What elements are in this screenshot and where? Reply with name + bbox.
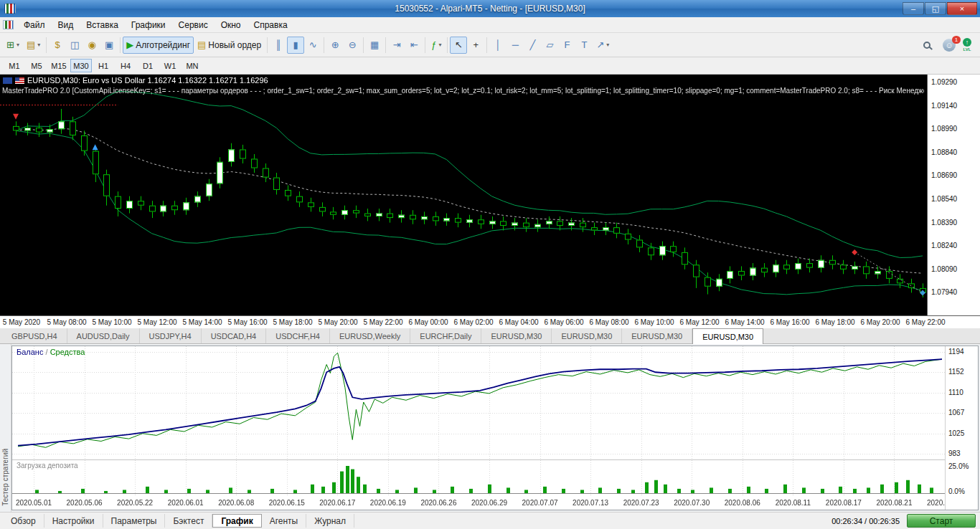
tester-tab-settings[interactable]: Настройки — [44, 514, 103, 528]
timeframe-MN[interactable]: MN — [182, 59, 203, 72]
candles-button[interactable]: ▮ — [287, 37, 304, 54]
date-tick: 2020.06.26 — [420, 499, 456, 507]
chart-tab-0[interactable]: GBPUSD,H4 — [2, 328, 67, 343]
chart-tab-3[interactable]: USDCAD,H4 — [202, 328, 267, 343]
fibo-button[interactable]: F — [558, 37, 575, 54]
auto-scroll-icon: ⇥ — [393, 40, 401, 49]
new-chart-icon: ⊞ — [6, 40, 14, 49]
price-tick: 1.09290 — [931, 78, 957, 86]
price-scale[interactable]: 1.092901.091401.089901.088401.086901.085… — [927, 75, 980, 315]
tester-tab-overview[interactable]: Обзор — [3, 514, 44, 528]
trendline-icon: ╱ — [529, 40, 535, 49]
timeframe-W1[interactable]: W1 — [159, 59, 181, 72]
bars-button[interactable]: ║ — [270, 37, 287, 54]
time-tick: 5 May 16:00 — [227, 318, 267, 326]
tester-tab-agents[interactable]: Агенты — [262, 514, 307, 528]
timeframe-H4[interactable]: H4 — [115, 59, 136, 72]
timeframe-M5[interactable]: M5 — [26, 59, 47, 72]
arrows-icon: ↗ — [596, 40, 604, 49]
date-tick: 2020.06.17 — [319, 499, 355, 507]
algotrading-button-label: Алготрейдинг — [136, 40, 190, 50]
community-button[interactable]: ☺ 1 — [943, 39, 956, 52]
tile-windows-button[interactable]: ▦ — [366, 37, 383, 54]
menu-window[interactable]: Окно — [215, 19, 248, 32]
indicators-button[interactable]: ƒ▾ — [428, 37, 445, 54]
deposit-load-canvas[interactable] — [12, 460, 945, 497]
zoom-out-button[interactable]: ⊖ — [344, 37, 361, 54]
window-title: 15030552 - Alpari-MT5 - Netting - [EURUS… — [0, 4, 980, 14]
menu-insert[interactable]: Вставка — [80, 19, 125, 32]
timeframe-H1[interactable]: H1 — [93, 59, 114, 72]
navigator-button[interactable]: ◉ — [83, 37, 100, 54]
new-order-icon: ▤ — [197, 40, 206, 49]
lvl-button[interactable]: ↑ LVL — [963, 38, 971, 52]
toolbar-separator — [363, 37, 364, 53]
title-bar: 15030552 - Alpari-MT5 - Netting - [EURUS… — [0, 0, 980, 17]
line-chart-button[interactable]: ∿ — [304, 37, 321, 54]
minimize-button[interactable]: – — [903, 2, 924, 15]
strategy-tester-panel: Тестер стратегий Баланс / Средства Загру… — [0, 344, 980, 512]
new-chart-button[interactable]: ⊞▾ — [3, 37, 23, 54]
chart-tab-1[interactable]: AUDUSD,Daily — [67, 328, 140, 343]
profiles-button[interactable]: ▤▾ — [23, 37, 44, 54]
date-tick: 2020.05.01 — [16, 499, 52, 507]
timeframe-M30[interactable]: M30 — [70, 59, 92, 72]
algotrading-button[interactable]: ▶Алготрейдинг — [123, 37, 194, 54]
timeframe-M15[interactable]: M15 — [48, 59, 70, 72]
chart-tab-8[interactable]: EURUSD,M30 — [552, 328, 622, 343]
data-window-button[interactable]: ◫ — [66, 37, 83, 54]
chart-shift-button[interactable]: ⇤ — [405, 37, 423, 54]
chart-tab-9[interactable]: EURUSD,M30 — [622, 328, 692, 343]
date-tick: 2020.08.17 — [826, 499, 862, 507]
hline-button[interactable]: ─ — [507, 37, 524, 54]
tester-tab-inputs[interactable]: Параметры — [103, 514, 166, 528]
date-tick: 2020.07.07 — [522, 499, 558, 507]
menu-file[interactable]: Файл — [17, 19, 52, 32]
new-order-button[interactable]: ▤Новый ордер — [194, 37, 265, 54]
start-button[interactable]: Старт — [907, 514, 976, 528]
arrows-button[interactable]: ↗▾ — [593, 37, 613, 54]
restore-button[interactable]: ◱ — [925, 2, 946, 15]
menu-charts[interactable]: Графики — [125, 19, 172, 32]
chart-tab-4[interactable]: USDCHF,H4 — [266, 328, 330, 343]
crosshair-button[interactable]: + — [467, 37, 484, 54]
channel-button[interactable]: ▱ — [541, 37, 558, 54]
symbol-ohlc-text: EURUSD,M30: Euro vs US Dollar 1.16274 1.… — [27, 76, 268, 85]
zoom-in-button[interactable]: ⊕ — [326, 37, 344, 54]
chart-tab-bar: GBPUSD,H4AUDUSD,DailyUSDJPY,H4USDCAD,H4U… — [0, 328, 980, 344]
tester-tab-journal[interactable]: Журнал — [306, 514, 354, 528]
balance-chart-canvas[interactable] — [12, 346, 945, 459]
time-scale[interactable]: 5 May 20205 May 08:005 May 10:005 May 12… — [0, 315, 980, 328]
timeframe-M1[interactable]: M1 — [4, 59, 25, 72]
auto-scroll-button[interactable]: ⇥ — [388, 37, 405, 54]
chart-tab-7[interactable]: EURUSD,M30 — [481, 328, 552, 343]
menu-help[interactable]: Справка — [248, 19, 294, 32]
chart-tab-5[interactable]: EURUSD,Weekly — [330, 328, 410, 343]
window-controls: –◱× — [902, 2, 980, 15]
chart-tab-2[interactable]: USDJPY,H4 — [140, 328, 202, 343]
price-chart-canvas[interactable] — [0, 75, 927, 315]
chart-tab-10[interactable]: EURUSD,M30 — [692, 328, 763, 344]
navigator-icon: ◉ — [88, 40, 96, 49]
toolbox-button[interactable]: ▣ — [100, 37, 118, 54]
trendline-button[interactable]: ╱ — [524, 37, 541, 54]
deposit-load-label: Загрузка депозита — [17, 462, 78, 470]
text-button[interactable]: T — [575, 37, 593, 54]
toolbar-separator — [120, 37, 121, 53]
chevron-down-icon: ▾ — [17, 42, 19, 48]
market-watch-button[interactable]: $ — [49, 37, 66, 54]
timeframe-D1[interactable]: D1 — [137, 59, 159, 72]
time-tick: 6 May 16:00 — [770, 318, 809, 326]
search-button[interactable] — [918, 37, 936, 54]
cursor-button[interactable]: ↖ — [450, 37, 467, 54]
tester-tab-graph[interactable]: График — [212, 514, 261, 528]
menu-view[interactable]: Вид — [52, 19, 80, 32]
vline-button[interactable]: │ — [489, 37, 507, 54]
tester-tab-backtest[interactable]: Бэктест — [165, 514, 212, 528]
close-button[interactable]: × — [947, 2, 977, 15]
chart-tab-6[interactable]: EURCHF,Daily — [410, 328, 481, 343]
date-tick: 2020.06.01 — [168, 499, 204, 507]
zoom-out-icon: ⊖ — [349, 40, 357, 49]
menu-tools[interactable]: Сервис — [172, 19, 215, 32]
tester-chart-area: Баланс / Средства Загрузка депозита 2020… — [11, 345, 979, 510]
